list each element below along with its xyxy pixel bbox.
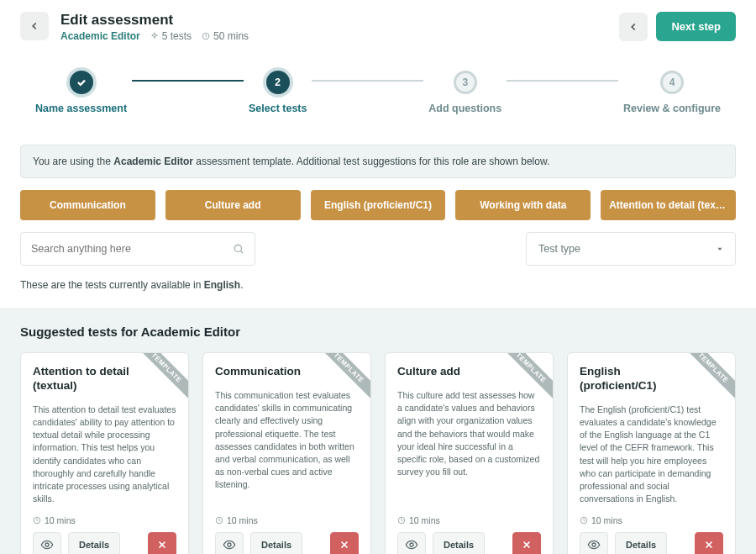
test-duration: 10 mins	[580, 515, 622, 525]
step-indicator	[70, 71, 93, 94]
step-label: Select tests	[249, 103, 307, 114]
svg-point-5	[45, 543, 49, 546]
preview-button[interactable]	[215, 532, 244, 555]
sparkle-icon	[150, 32, 159, 40]
close-icon	[521, 539, 533, 551]
card-actions: Details	[215, 532, 359, 555]
duration-meta: 50 mins	[202, 30, 249, 42]
tests-count: 5 tests	[150, 30, 192, 42]
suggested-section: Suggested tests for Academic Editor TEMP…	[0, 308, 756, 554]
role-name: Academic Editor	[60, 30, 140, 42]
caret-down-icon	[717, 245, 723, 252]
page-header: Edit assessment Academic Editor 5 tests …	[0, 0, 756, 57]
availability-note: These are the tests currently available …	[0, 279, 756, 308]
step-label: Review & configure	[623, 103, 721, 114]
clock-icon	[215, 516, 223, 525]
remove-button[interactable]	[512, 532, 541, 555]
test-card: TEMPLATE English (proficient/C1) The Eng…	[567, 352, 736, 554]
details-button[interactable]: Details	[250, 532, 302, 555]
template-banner: You are using the Academic Editor assess…	[20, 145, 736, 178]
chip-attention-detail[interactable]: Attention to detail (textual)	[601, 190, 736, 220]
page-title: Edit assessment	[60, 12, 249, 29]
next-step-button[interactable]: Next step	[656, 12, 736, 41]
back-button[interactable]	[20, 12, 49, 40]
subtitle-line: Academic Editor 5 tests 50 mins	[60, 30, 249, 42]
card-footer: 10 mins Details	[33, 514, 176, 555]
chip-communication[interactable]: Communication	[20, 190, 155, 220]
remove-button[interactable]	[695, 532, 723, 555]
check-icon	[76, 77, 87, 88]
clock-icon	[202, 32, 210, 40]
selected-tests-chips: Communication Culture add English (profi…	[0, 190, 756, 232]
clock-icon	[397, 516, 406, 525]
step-connector	[312, 80, 423, 82]
suggested-heading: Suggested tests for Academic Editor	[20, 324, 736, 339]
test-title: English (proficient/C1)	[580, 365, 723, 393]
test-duration: 10 mins	[397, 515, 440, 525]
test-title: Communication	[215, 365, 359, 379]
select-label: Test type	[538, 243, 580, 255]
card-footer: 10 mins Details	[397, 514, 541, 555]
filter-controls: Test type	[0, 232, 756, 279]
close-icon	[156, 539, 168, 551]
step-select-tests[interactable]: 2 Select tests	[249, 71, 307, 114]
chevron-left-icon	[627, 21, 639, 33]
test-title: Attention to detail (textual)	[33, 365, 176, 393]
svg-line-2	[240, 251, 243, 253]
clock-icon	[580, 516, 588, 525]
step-label: Add questions	[428, 103, 501, 114]
remove-button[interactable]	[330, 532, 359, 555]
test-description: This attention to detail test evaluates …	[33, 404, 176, 506]
test-title: Culture add	[397, 365, 541, 379]
chevron-left-icon	[29, 20, 40, 32]
card-actions: Details	[397, 532, 541, 555]
search-input[interactable]	[31, 243, 233, 255]
details-button[interactable]: Details	[615, 532, 667, 555]
preview-button[interactable]	[33, 532, 61, 555]
step-indicator: 3	[454, 71, 477, 94]
card-footer: 10 mins Details	[215, 514, 359, 555]
remove-button[interactable]	[148, 532, 176, 555]
svg-point-13	[410, 543, 413, 546]
step-label: Name assessment	[35, 103, 127, 114]
step-name-assessment[interactable]: Name assessment	[35, 71, 127, 114]
step-indicator: 4	[660, 71, 684, 94]
step-review-configure[interactable]: 4 Review & configure	[623, 71, 721, 114]
test-duration: 10 mins	[215, 515, 258, 525]
close-icon	[339, 539, 350, 551]
step-indicator: 2	[266, 71, 290, 94]
details-button[interactable]: Details	[68, 532, 120, 555]
chip-culture-add[interactable]: Culture add	[165, 190, 301, 220]
test-description: This culture add test assesses how a can…	[397, 389, 541, 506]
eye-icon	[40, 538, 54, 551]
details-button[interactable]: Details	[433, 532, 485, 555]
header-right: Next step	[619, 12, 736, 41]
card-actions: Details	[33, 532, 176, 555]
test-card: TEMPLATE Attention to detail (textual) T…	[20, 352, 189, 554]
test-type-select[interactable]: Test type	[526, 232, 736, 266]
step-connector	[132, 80, 244, 82]
header-left: Edit assessment Academic Editor 5 tests …	[20, 12, 249, 42]
preview-button[interactable]	[580, 532, 608, 555]
title-block: Edit assessment Academic Editor 5 tests …	[60, 12, 249, 42]
svg-point-1	[234, 245, 241, 251]
test-description: The English (proficient/C1) test evaluat…	[580, 404, 723, 506]
svg-point-17	[592, 543, 596, 546]
preview-button[interactable]	[397, 532, 426, 555]
search-box[interactable]	[20, 232, 255, 266]
step-add-questions[interactable]: 3 Add questions	[428, 71, 501, 114]
step-connector	[507, 80, 618, 82]
close-icon	[703, 539, 715, 551]
chip-english-c1[interactable]: English (proficient/C1)	[311, 190, 446, 220]
chip-working-with-data[interactable]: Working with data	[455, 190, 591, 220]
card-footer: 10 mins Details	[580, 514, 723, 555]
search-icon	[233, 243, 244, 255]
suggested-cards: TEMPLATE Attention to detail (textual) T…	[20, 352, 736, 554]
prev-step-button[interactable]	[619, 13, 648, 41]
test-description: This communication test evaluates candid…	[215, 389, 359, 506]
stepper: Name assessment 2 Select tests 3 Add que…	[0, 57, 756, 138]
clock-icon	[33, 516, 41, 525]
test-card: TEMPLATE Communication This communicatio…	[202, 352, 371, 554]
eye-icon	[405, 538, 418, 551]
svg-marker-3	[717, 248, 722, 251]
